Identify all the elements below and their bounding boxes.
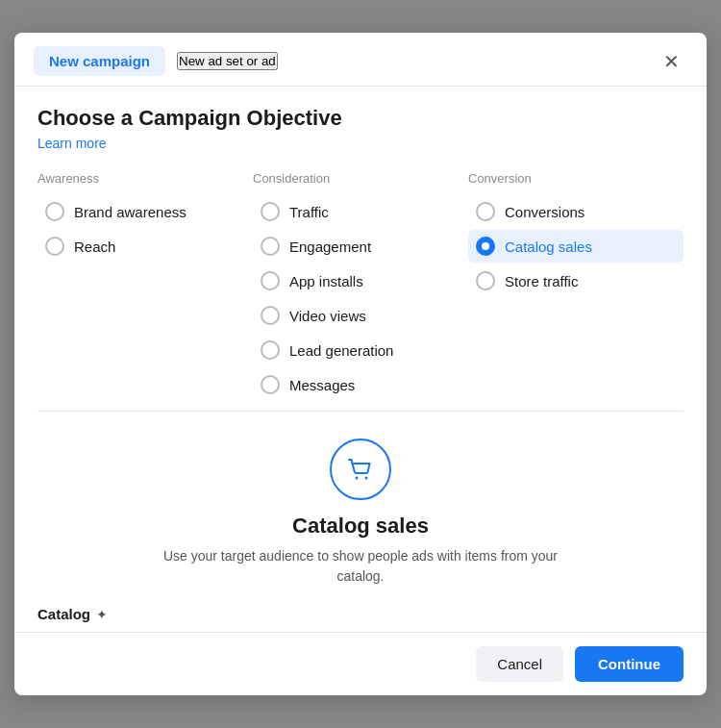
radio-engagement xyxy=(261,237,280,256)
preview-title: Catalog sales xyxy=(292,514,429,539)
radio-reach xyxy=(45,237,64,256)
modal: New campaign New ad set or ad ✕ Choose a… xyxy=(14,33,707,695)
tab-new-ad-set[interactable]: New ad set or ad xyxy=(177,52,278,70)
modal-header: New campaign New ad set or ad ✕ xyxy=(14,33,707,87)
conversion-header: Conversion xyxy=(468,171,684,186)
label-catalog-sales: Catalog sales xyxy=(505,238,592,255)
radio-conversions xyxy=(476,202,495,221)
objective-preview: Catalog sales Use your target audience t… xyxy=(37,421,684,596)
modal-footer: Cancel Continue xyxy=(14,632,707,695)
radio-messages xyxy=(261,375,280,394)
cart-icon xyxy=(346,455,375,484)
learn-more-link[interactable]: Learn more xyxy=(37,136,107,151)
svg-point-0 xyxy=(356,477,359,480)
consideration-header: Consideration xyxy=(253,171,468,186)
catalog-label: Catalog xyxy=(37,606,90,622)
radio-video-views xyxy=(261,306,280,325)
label-engagement: Engagement xyxy=(289,238,371,255)
radio-app-installs xyxy=(261,271,280,290)
awareness-column: Awareness Brand awareness Reach xyxy=(37,171,253,403)
cancel-button[interactable]: Cancel xyxy=(476,646,563,682)
option-reach[interactable]: Reach xyxy=(37,230,253,263)
option-catalog-sales[interactable]: Catalog sales xyxy=(468,230,684,263)
option-messages[interactable]: Messages xyxy=(253,368,468,401)
option-brand-awareness[interactable]: Brand awareness xyxy=(37,195,253,228)
radio-lead-generation xyxy=(261,340,280,360)
awareness-header: Awareness xyxy=(37,171,253,186)
option-lead-generation[interactable]: Lead generation xyxy=(253,334,468,366)
consideration-column: Consideration Traffic Engagement App ins… xyxy=(253,171,468,403)
label-conversions: Conversions xyxy=(505,204,584,220)
modal-backdrop: New campaign New ad set or ad ✕ Choose a… xyxy=(0,0,721,728)
close-button[interactable]: ✕ xyxy=(656,48,687,75)
label-reach: Reach xyxy=(74,238,115,255)
conversion-column: Conversion Conversions Catalog sales Sto… xyxy=(468,171,684,403)
label-app-installs: App installs xyxy=(289,273,363,289)
radio-traffic xyxy=(261,202,280,221)
radio-brand-awareness xyxy=(45,202,64,221)
label-brand-awareness: Brand awareness xyxy=(74,204,186,220)
radio-store-traffic xyxy=(476,271,495,290)
catalog-section: Catalog ✦ xyxy=(14,596,707,632)
option-traffic[interactable]: Traffic xyxy=(253,195,468,228)
divider xyxy=(37,411,684,412)
label-video-views: Video views xyxy=(289,308,366,324)
option-conversions[interactable]: Conversions xyxy=(468,195,684,228)
modal-body: Choose a Campaign Objective Learn more A… xyxy=(14,87,707,596)
svg-point-1 xyxy=(365,477,368,480)
objectives-grid: Awareness Brand awareness Reach Consider… xyxy=(37,171,684,403)
label-lead-generation: Lead generation xyxy=(289,342,393,359)
option-engagement[interactable]: Engagement xyxy=(253,230,468,263)
catalog-sales-icon-circle xyxy=(330,439,391,500)
catalog-add-icon[interactable]: ✦ xyxy=(96,607,108,622)
preview-description: Use your target audience to show people … xyxy=(159,546,562,587)
modal-title: Choose a Campaign Objective xyxy=(37,106,684,131)
label-store-traffic: Store traffic xyxy=(505,273,578,289)
label-traffic: Traffic xyxy=(289,204,329,220)
tab-new-campaign[interactable]: New campaign xyxy=(34,46,165,76)
continue-button[interactable]: Continue xyxy=(575,646,684,682)
option-video-views[interactable]: Video views xyxy=(253,299,468,332)
option-store-traffic[interactable]: Store traffic xyxy=(468,264,684,297)
label-messages: Messages xyxy=(289,377,355,393)
option-app-installs[interactable]: App installs xyxy=(253,264,468,297)
radio-catalog-sales xyxy=(476,237,495,256)
